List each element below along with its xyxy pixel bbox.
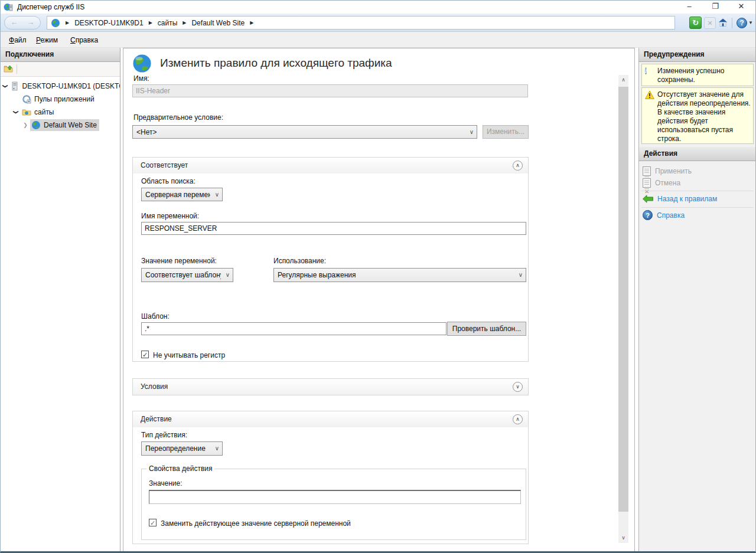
action-properties-group: Свойства действия Значение: ✓ Заменить д… [141,469,526,540]
menu-bar: Файл Режим Справка [1,32,755,48]
name-label: Имя: [133,74,149,83]
match-section: Соответствует ∧ Область поиска: Серверна… [132,157,529,362]
breadcrumb-arrow-icon: ▶ [149,20,152,25]
scope-value: Серверная переменн [145,191,210,199]
close-button[interactable]: ✕ [728,1,754,14]
connections-panel: Подключения ❯ DESKTOP-U1MK9D1 (DESKTO [1,48,120,553]
address-bar-buttons: ↻ ✕ ? ▼ [689,16,753,30]
home-icon[interactable] [718,17,728,28]
info-alert-text: Изменения успешно сохранены. [657,67,724,84]
chevron-down-icon: ∨ [215,191,219,197]
using-label: Использование: [273,257,326,265]
tree-item-sites[interactable]: ❯ сайты [1,106,120,119]
expand-icon[interactable]: ∨ [513,382,523,392]
globe-icon [31,120,41,130]
breadcrumb-server[interactable]: DESKTOP-U1MK9D1 [74,19,143,27]
chevron-down-icon: ∨ [470,128,474,135]
menu-view[interactable]: Режим [32,35,61,45]
collapse-icon[interactable]: ∧ [513,161,523,171]
tree-item-default-web-site[interactable]: ❯ Default Web Site [1,119,120,132]
tree-item-label: Default Web Site [44,121,97,129]
separator [641,207,754,208]
tree-item-label: сайты [34,108,54,116]
back-icon[interactable]: ← [6,18,22,27]
using-value: Регулярные выражения [278,271,356,279]
connections-header: Подключения [1,48,120,62]
collapse-icon[interactable]: ∧ [513,414,523,424]
action-type-value: Переопределение [145,444,206,453]
chevron-expanded-icon[interactable]: ❯ [13,109,19,116]
breadcrumb-default-web-site[interactable]: Default Web Site [191,19,245,27]
test-pattern-button[interactable]: Проверить шаблон... [447,322,526,336]
back-to-rules-link[interactable]: Назад к правилам [643,193,717,204]
breadcrumb-arrow-icon: ▶ [66,20,69,25]
forward-icon[interactable]: → [22,18,39,27]
iis-manager-window: Диспетчер служб IIS – ❐ ✕ ← → ▶ DESKTOP-… [0,0,756,553]
ignore-case-checkbox[interactable]: ✓ [141,351,149,358]
tree-item-label: DESKTOP-U1MK9D1 (DESKTO [22,82,120,90]
menu-help[interactable]: Справка [67,35,102,45]
scroll-down-icon[interactable]: ∨ [618,533,628,543]
cancel-label: Отмена [655,179,680,187]
breadcrumb-arrow-icon: ▶ [250,20,253,25]
scroll-up-icon[interactable]: ∧ [618,75,628,85]
chevron-collapsed-icon[interactable]: ❯ [22,122,29,128]
menu-file[interactable]: Файл [5,35,30,45]
help-label: Справка [657,211,685,220]
scrollbar-thumb[interactable] [618,87,628,512]
precondition-select[interactable]: <Нет> ∨ [132,125,477,139]
rule-name-input[interactable] [132,84,528,97]
breadcrumb[interactable]: ▶ DESKTOP-U1MK9D1 ▶ сайты ▶ Default Web … [47,16,675,30]
precondition-value: <Нет> [136,128,157,136]
replace-value-checkbox[interactable]: ✓ [149,519,157,526]
help-link[interactable]: ? Справка [643,210,685,221]
match-section-title: Соответствует [141,161,188,169]
breadcrumb-sites[interactable]: сайты [158,19,178,27]
tree-item-label: Пулы приложений [34,95,94,103]
action-section: Действие ∧ Тип действия: Переопределение… [132,411,529,544]
action-type-label: Тип действия: [141,431,187,439]
variable-value-select[interactable]: Соответствует шаблону ∨ [141,268,233,282]
warning-alert-text: Отсутствует значение для действия переоп… [657,90,751,143]
globe-icon [51,18,60,28]
chevron-expanded-icon[interactable]: ❯ [2,84,8,89]
restore-button[interactable]: ❐ [702,1,728,14]
selected-tree-item[interactable]: Default Web Site [30,119,99,131]
address-bar: ← → ▶ DESKTOP-U1MK9D1 ▶ сайты ▶ Default … [1,14,755,32]
variable-name-input[interactable] [141,222,526,235]
pattern-input[interactable] [141,322,447,335]
separator [641,191,754,191]
minimize-button[interactable]: – [676,1,702,14]
help-dropdown[interactable]: ? ▼ [737,18,753,28]
edit-precondition-button[interactable]: Изменить... [483,125,529,139]
warning-alert: Отсутствует значение для действия переоп… [641,87,754,144]
using-select[interactable]: Регулярные выражения ∨ [273,268,526,282]
chevron-down-icon: ∨ [226,271,230,278]
action-section-header[interactable]: Действие ∧ [133,411,528,427]
apply-action[interactable]: ✓ Применить [643,165,692,176]
variable-name-label: Имя переменной: [141,212,199,220]
match-section-header[interactable]: Соответствует ∧ [133,158,528,174]
conditions-section: Условия ∨ [132,378,529,395]
action-type-select[interactable]: Переопределение ∨ [141,441,223,456]
scope-label: Область поиска: [141,177,195,185]
actions-header: Действия [639,147,756,161]
tree-item-app-pools[interactable]: Пулы приложений [1,93,120,106]
vertical-scrollbar[interactable]: ∧ ∨ [618,75,628,543]
connections-tree: ❯ DESKTOP-U1MK9D1 (DESKTO Пулы приложени… [1,77,120,132]
info-icon: i [645,67,647,74]
save-connection-folder-icon[interactable] [4,64,13,74]
conditions-section-header[interactable]: Условия ∨ [133,379,528,395]
connections-toolbar [1,62,120,77]
toolbar-separator [732,18,732,28]
refresh-icon[interactable]: ↻ [689,17,702,29]
action-value-input[interactable] [149,490,521,504]
toolbar-separator [17,64,17,74]
tree-item-server[interactable]: ❯ DESKTOP-U1MK9D1 (DESKTO [1,80,120,93]
scope-select[interactable]: Серверная переменн ∨ [141,188,223,201]
help-icon[interactable]: ? [737,18,747,28]
cancel-action[interactable]: ✕ Отмена [643,177,680,188]
server-icon [10,81,19,91]
precondition-label: Предварительное условие: [133,113,223,122]
stop-icon[interactable]: ✕ [704,17,716,29]
